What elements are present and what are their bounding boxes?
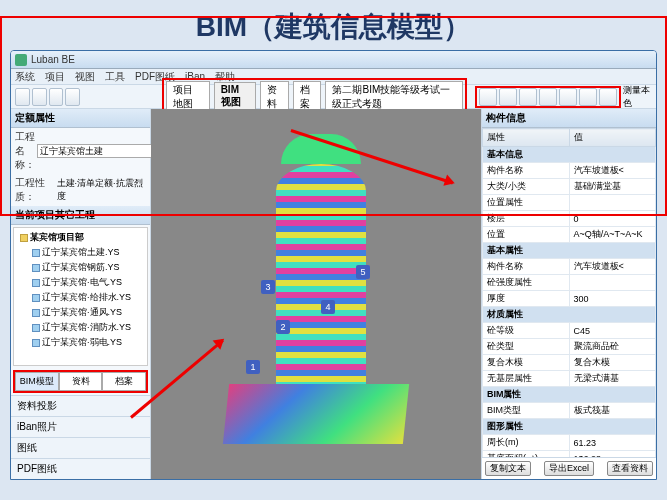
building-model: 1 2 3 4 5 <box>226 144 406 444</box>
projdesc-label: 工程性质： <box>15 176 55 204</box>
properties-footer: 复制文本 导出Excel 查看资料 <box>482 457 656 479</box>
left-tab-data[interactable]: 资料 <box>59 372 103 391</box>
titlebar: Luban BE <box>11 51 656 69</box>
toolbar: 项目地图 BIM视图 资料 档案 第二期BIM技能等级考试一级正式考题 测量本色 <box>11 85 656 109</box>
projname-label: 工程名称： <box>15 130 35 172</box>
properties-panel: 构件信息 属性值 基本信息 构件名称汽车坡道板< 大类/小类基础/满堂基 位置属… <box>481 109 656 479</box>
marker-3[interactable]: 3 <box>261 280 275 294</box>
properties-table[interactable]: 属性值 基本信息 构件名称汽车坡道板< 大类/小类基础/满堂基 位置属性 楼层0… <box>482 128 656 457</box>
projdesc-value: 土建·清单定额·抗震烈度 <box>57 177 146 203</box>
side-item-projection[interactable]: 资料投影 <box>11 395 150 416</box>
tree-node[interactable]: 辽宁某宾馆土建.YS <box>18 245 143 260</box>
view-data-button[interactable]: 查看资料 <box>607 461 653 476</box>
marker-4[interactable]: 4 <box>321 300 335 314</box>
tree-node[interactable]: 辽宁某宾馆·电气.YS <box>18 275 143 290</box>
app-icon <box>15 54 27 66</box>
toolbar-button[interactable] <box>519 88 537 106</box>
toolbar-icons-highlight <box>475 86 621 108</box>
copy-text-button[interactable]: 复制文本 <box>485 461 531 476</box>
file-icon <box>32 339 40 347</box>
toolbar-button[interactable] <box>579 88 597 106</box>
properties-title: 构件信息 <box>482 109 656 128</box>
tree-node[interactable]: 辽宁某宾馆·弱电.YS <box>18 335 143 350</box>
slide-title: BIM（建筑信息模型） <box>0 0 667 50</box>
app-window: Luban BE 系统 项目 视图 工具 PDF图纸 iBan 帮助 项目地图 … <box>10 50 657 480</box>
left-tabs-highlight: BIM模型 资料 档案 <box>13 370 148 393</box>
marker-2[interactable]: 2 <box>276 320 290 334</box>
toolbar-button[interactable] <box>32 88 47 106</box>
file-icon <box>32 294 40 302</box>
tree-node[interactable]: 辽宁某宾馆·给排水.YS <box>18 290 143 305</box>
left-panel: 定额属性 工程名称： 选择 工程性质： 土建·清单定额·抗震烈度 当前项目其它工… <box>11 109 151 479</box>
side-item-iban-photo[interactable]: iBan照片 <box>11 416 150 437</box>
tab-map[interactable]: 项目地图 <box>166 81 210 113</box>
folder-icon <box>20 234 28 242</box>
file-icon <box>32 249 40 257</box>
tree-node[interactable]: 辽宁某宾馆·消防水.YS <box>18 320 143 335</box>
toolbar-extra: 测量本色 <box>623 84 652 110</box>
3d-viewport[interactable]: 1 2 3 4 5 <box>151 109 481 479</box>
menu-view[interactable]: 视图 <box>75 70 95 84</box>
toolbar-button[interactable] <box>479 88 497 106</box>
side-item-drawings[interactable]: 图纸 <box>11 437 150 458</box>
toolbar-button[interactable] <box>599 88 617 106</box>
tree-title: 当前项目其它工程 <box>11 206 150 225</box>
tab-bim[interactable]: BIM视图 <box>214 82 256 111</box>
toolbar-button[interactable] <box>559 88 577 106</box>
side-item-pdf[interactable]: PDF图纸 <box>11 458 150 479</box>
left-tab-archive[interactable]: 档案 <box>102 372 146 391</box>
export-excel-button[interactable]: 导出Excel <box>544 461 594 476</box>
tab-archive[interactable]: 档案 <box>293 81 322 113</box>
tree-node-root[interactable]: 某宾馆项目部 <box>18 230 143 245</box>
file-icon <box>32 309 40 317</box>
tree-node[interactable]: 辽宁某宾馆·通风.YS <box>18 305 143 320</box>
file-icon <box>32 279 40 287</box>
app-title: Luban BE <box>31 54 75 65</box>
left-panel-title: 定额属性 <box>11 109 150 128</box>
toolbar-button[interactable] <box>499 88 517 106</box>
toolbar-button[interactable] <box>15 88 30 106</box>
menu-project[interactable]: 项目 <box>45 70 65 84</box>
file-icon <box>32 264 40 272</box>
toolbar-button[interactable] <box>539 88 557 106</box>
marker-1[interactable]: 1 <box>246 360 260 374</box>
projname-input[interactable] <box>37 144 155 158</box>
project-tree[interactable]: 某宾馆项目部 辽宁某宾馆土建.YS 辽宁某宾馆钢筋.YS 辽宁某宾馆·电气.YS… <box>13 227 148 366</box>
menu-tools[interactable]: 工具 <box>105 70 125 84</box>
tree-node[interactable]: 辽宁某宾馆钢筋.YS <box>18 260 143 275</box>
toolbar-button[interactable] <box>65 88 80 106</box>
marker-5[interactable]: 5 <box>356 265 370 279</box>
toolbar-button[interactable] <box>49 88 64 106</box>
left-tab-bim[interactable]: BIM模型 <box>15 372 59 391</box>
tab-exam[interactable]: 第二期BIM技能等级考试一级正式考题 <box>325 81 463 113</box>
tab-data[interactable]: 资料 <box>260 81 289 113</box>
file-icon <box>32 324 40 332</box>
menu-system[interactable]: 系统 <box>15 70 35 84</box>
